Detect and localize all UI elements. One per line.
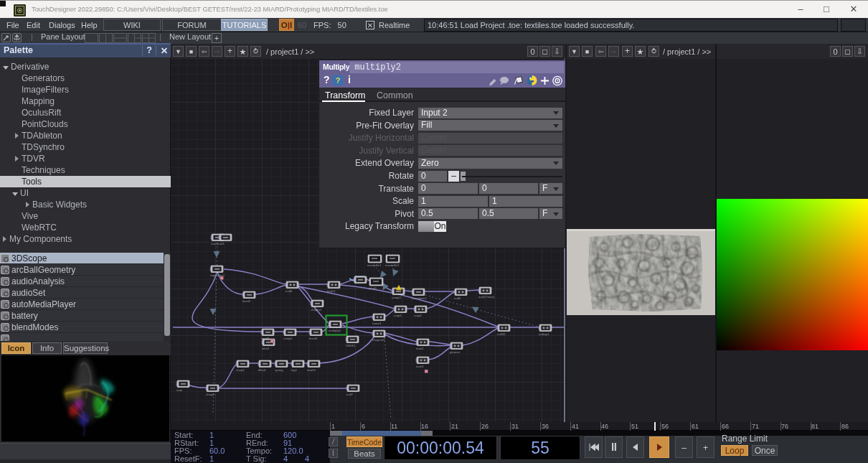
svg-text:moviefile1: moviefile1 [367,263,382,267]
svg-text:level2: level2 [242,299,251,303]
svg-text:chop2: chop2 [236,368,245,372]
svg-text:multiply2: multiply2 [329,329,341,332]
svg-text:comp2: comp2 [392,296,402,299]
svg-text:filter4: filter4 [258,368,266,372]
svg-text:CH011: CH011 [346,344,356,347]
svg-text:mov2: mov2 [416,347,424,350]
svg-text:crop1: crop1 [394,314,402,317]
svg-text:constant1: constant1 [211,242,225,245]
svg-text:null7: null7 [346,393,354,396]
svg-text:transform1: transform1 [412,296,427,300]
svg-text:xfort1: xfort1 [262,347,270,350]
svg-text:null6: null6 [454,296,461,300]
svg-text:lag1: lag1 [291,368,298,372]
svg-text:outx: outx [176,388,183,392]
svg-text:comp1: comp1 [283,337,293,340]
svg-text:math5: math5 [307,368,316,372]
svg-text:chopnet1: chopnet1 [372,338,385,342]
svg-text:level4: level4 [309,337,318,340]
svg-text:crop2: crop2 [414,314,422,317]
svg-text:noise1: noise1 [372,322,382,325]
svg-text:spring: spring [275,368,283,372]
svg-text:gloonat: gloonat [450,350,461,354]
svg-text:null10: null10 [497,332,506,336]
svg-text:null4: null4 [286,289,293,293]
svg-text:chopin: chopin [206,393,215,396]
svg-text:moviefile2: moviefile2 [385,263,400,267]
svg-text:mov3: mov3 [416,365,424,368]
svg-text:out1(Tmse): out1(Tmse) [478,295,495,299]
svg-text:math1: math1 [327,289,336,293]
svg-text:chopto1: chopto1 [311,308,322,312]
svg-text:outtop1: outtop1 [539,332,549,336]
svg-text:glow1: glow1 [369,286,377,290]
